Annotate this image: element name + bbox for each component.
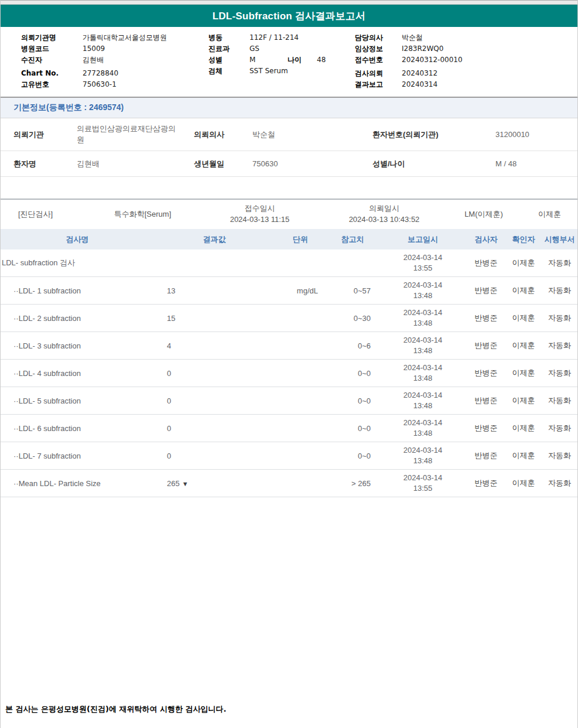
exec-dept: 자동화 bbox=[542, 478, 577, 488]
test-result bbox=[154, 259, 275, 268]
exec-dept: 자동화 bbox=[542, 450, 577, 461]
report-date: 2024-03-14 bbox=[379, 390, 467, 401]
report-date: 2024-03-14 bbox=[379, 473, 467, 483]
result-value: 0 bbox=[167, 397, 171, 405]
field-label: 병원코드 bbox=[21, 43, 83, 54]
diagnostic-section-bar: [진단검사] 특수화학[Serum] 접수일시 2024-03-13 11:15… bbox=[1, 199, 577, 229]
exec-dept: 자동화 bbox=[542, 395, 577, 406]
test-ref: 0~0 bbox=[326, 397, 379, 405]
tester-name: 반병준 bbox=[467, 313, 505, 323]
test-name: ··Mean LDL- Particle Size bbox=[1, 479, 154, 488]
report-time: 13:48 bbox=[379, 456, 467, 466]
col-test-name: 검사명 bbox=[1, 234, 154, 245]
tester-name: 반병준 bbox=[467, 368, 505, 378]
patient-header-right: 담당의사 박순철 임상정보 I283R2WQ0 접수번호 20240312-00… bbox=[355, 32, 577, 90]
report-date: 2024-03-14 bbox=[379, 252, 467, 263]
field-chart-no: Chart No. 27728840 bbox=[21, 68, 208, 79]
report-page: LDL-Subfraction 검사결과보고서 의뢰기관명 가톨릭대학교서울성모… bbox=[0, 0, 578, 728]
test-ref: 0~30 bbox=[326, 314, 379, 323]
report-datetime: 2024-03-1413:55 bbox=[379, 473, 467, 494]
report-time: 13:48 bbox=[379, 373, 467, 384]
receipt-label: 접수일시 bbox=[197, 203, 323, 214]
test-name: ··LDL- 1 subfraction bbox=[1, 286, 154, 295]
patient-header-block: 의뢰기관명 가톨릭대학교서울성모병원 병원코드 15009 수진자 김현배 Ch… bbox=[1, 27, 577, 93]
outsourcing-note: 본 검사는 은평성모병원(진검)에 재위탁하여 시행한 검사입니다. bbox=[5, 704, 226, 715]
report-date: 2024-03-14 bbox=[379, 307, 467, 318]
field-label: 담당의사 bbox=[355, 32, 402, 43]
report-time: 13:48 bbox=[379, 290, 467, 301]
test-result: 4 bbox=[154, 341, 275, 350]
field-label: 병동 bbox=[208, 32, 249, 43]
exec-dept: 자동화 bbox=[542, 340, 577, 351]
test-name: ··LDL- 3 subfraction bbox=[1, 341, 154, 350]
field-label: 성별/나이 bbox=[372, 159, 495, 169]
basic-info-row: 환자명 김현배 생년월일 750630 성별/나이 M / 48 bbox=[1, 151, 577, 177]
table-row: LDL- subfraction 검사 2024-03-1413:55 반병준 … bbox=[1, 249, 577, 277]
test-name: ··LDL- 4 subfraction bbox=[1, 369, 154, 378]
test-name: ··LDL- 6 subfraction bbox=[1, 424, 154, 433]
col-ref: 참고치 bbox=[326, 234, 379, 245]
tester-name: 반병준 bbox=[467, 423, 505, 433]
field-value: 48 bbox=[317, 54, 326, 66]
test-name: ··LDL- 5 subfraction bbox=[1, 397, 154, 405]
col-unit: 단위 bbox=[275, 234, 326, 245]
report-date: 2024-03-14 bbox=[379, 445, 467, 456]
lm-reviewer: LM(이제훈) bbox=[446, 209, 522, 220]
field-label: 임상정보 bbox=[355, 43, 402, 54]
field-value: M bbox=[249, 54, 288, 66]
field-value: 박순철 bbox=[252, 129, 372, 140]
report-datetime: 2024-03-1413:55 bbox=[379, 252, 467, 274]
report-datetime: 2024-03-1413:48 bbox=[379, 418, 467, 439]
result-value: 0 bbox=[167, 424, 171, 433]
verifier-name: 이제훈 bbox=[505, 285, 542, 296]
field-value: I283R2WQ0 bbox=[402, 43, 443, 54]
result-value: 15 bbox=[167, 314, 175, 323]
report-time: 13:48 bbox=[379, 318, 467, 329]
field-value: 의료법인삼광의료재단삼광의원 bbox=[77, 124, 181, 145]
section-category: 특수화학[Serum] bbox=[88, 209, 197, 220]
report-date: 2024-03-14 bbox=[379, 363, 467, 373]
field-value: SST Serum bbox=[249, 66, 288, 77]
tester-name: 반병준 bbox=[467, 258, 505, 268]
col-dept: 시행부서 bbox=[542, 234, 577, 245]
request-datetime: 의뢰일시 2024-03-13 10:43:52 bbox=[323, 203, 446, 225]
field-specimen: 검체 SST Serum bbox=[208, 66, 355, 77]
field-label: 접수번호 bbox=[355, 54, 402, 66]
report-datetime: 2024-03-1413:48 bbox=[379, 363, 467, 384]
basic-info-header: 기본정보(등록번호 : 2469574) bbox=[1, 98, 577, 118]
field-unique-no: 고유번호 750630-1 bbox=[21, 79, 208, 90]
field-value: 27728840 bbox=[83, 68, 118, 79]
request-time: 2024-03-13 10:43:52 bbox=[323, 214, 446, 225]
table-row: ··LDL- 7 subfraction 0 0~0 2024-03-1413:… bbox=[1, 442, 577, 470]
table-row: ··LDL- 1 subfraction 13 mg/dL 0~57 2024-… bbox=[1, 277, 577, 305]
field-value: 20240312 bbox=[402, 68, 437, 79]
tester-name: 반병준 bbox=[467, 285, 505, 296]
report-title: LDL-Subfraction 검사결과보고서 bbox=[213, 9, 365, 23]
verifier-name: 이제훈 bbox=[505, 478, 542, 488]
tester-name: 반병준 bbox=[467, 395, 505, 406]
verifier-name: 이제훈 bbox=[505, 313, 542, 323]
field-value: 20240312-00010 bbox=[402, 54, 463, 66]
tester-name: 반병준 bbox=[467, 450, 505, 461]
report-time: 13:55 bbox=[379, 263, 467, 274]
result-value: 265 bbox=[167, 479, 180, 488]
field-sex-age: 성별 M 나이 48 bbox=[208, 54, 355, 66]
field-hospital-code: 병원코드 15009 bbox=[21, 43, 208, 54]
request-label: 의뢰일시 bbox=[323, 203, 446, 214]
field-label: 의뢰기관 bbox=[1, 129, 77, 140]
exec-dept: 자동화 bbox=[542, 258, 577, 268]
table-row: ··Mean LDL- Particle Size 265▼ > 265 202… bbox=[1, 470, 577, 497]
field-label: 생년월일 bbox=[194, 159, 252, 169]
field-doctor: 담당의사 박순철 bbox=[355, 32, 577, 43]
tester-name: 반병준 bbox=[467, 478, 505, 488]
field-ward: 병동 112F / 11-214 bbox=[208, 32, 355, 43]
field-examinee: 수진자 김현배 bbox=[21, 54, 208, 66]
field-value: M / 48 bbox=[495, 159, 577, 168]
report-title-bar: LDL-Subfraction 검사결과보고서 bbox=[1, 5, 577, 27]
field-value: 750630-1 bbox=[83, 79, 117, 90]
field-value: 김현배 bbox=[77, 159, 194, 169]
test-result: 0 bbox=[154, 452, 275, 460]
exec-dept: 자동화 bbox=[542, 368, 577, 378]
table-row: ··LDL- 6 subfraction 0 0~0 2024-03-1413:… bbox=[1, 415, 577, 442]
test-ref: 0~6 bbox=[326, 341, 379, 350]
